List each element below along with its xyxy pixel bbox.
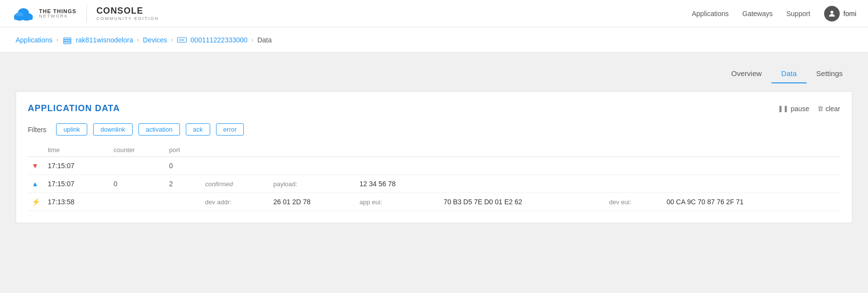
clear-button[interactable]: 🗑 clear	[817, 105, 840, 113]
row-2-devaddr-label: dev addr:	[201, 193, 269, 211]
row-2-devaddr-value: 26 01 2D 78	[269, 193, 355, 211]
row-1-arrow: ▲	[28, 175, 44, 193]
breadcrumb-applications[interactable]: Applications	[16, 36, 53, 44]
svg-point-5	[830, 11, 833, 14]
row-0-arrow: ▼	[28, 157, 44, 175]
nav-support[interactable]: Support	[787, 10, 810, 18]
clear-label: clear	[826, 105, 840, 113]
breadcrumb-data: Data	[257, 36, 272, 44]
row-0-rest	[201, 157, 840, 175]
filter-uplink[interactable]: uplink	[56, 123, 87, 136]
filter-error[interactable]: error	[216, 123, 244, 136]
logo: THE THINGS NETWORK CONSOLE COMMUNITY EDI…	[12, 5, 159, 22]
nav-gateways[interactable]: Gateways	[742, 10, 772, 18]
nav-left: THE THINGS NETWORK CONSOLE COMMUNITY EDI…	[12, 5, 175, 22]
breadcrumb-sep-2: ›	[137, 37, 139, 43]
tab-overview[interactable]: Overview	[722, 64, 772, 83]
row-2-deveui-value: 00 CA 9C 70 87 76 2F 71	[663, 193, 825, 211]
row-1-time: 17:15:07	[44, 175, 110, 193]
row-1-port: 2	[165, 175, 201, 193]
user-icon	[828, 9, 836, 18]
svg-rect-6	[63, 40, 71, 41]
main-content: Overview Data Settings APPLICATION DATA …	[0, 53, 868, 293]
row-2-deveui-label: dev eui:	[605, 193, 663, 211]
breadcrumb-app-name[interactable]: rak811wisnodelora	[76, 36, 134, 44]
app-icon	[62, 35, 72, 45]
cloud-icon	[12, 6, 35, 21]
filter-ack[interactable]: ack	[186, 123, 210, 136]
row-1-counter: 0	[110, 175, 165, 193]
row-1-tag: confirmed	[201, 175, 269, 193]
top-nav: THE THINGS NETWORK CONSOLE COMMUNITY EDI…	[0, 0, 868, 27]
col-arrow	[28, 143, 44, 157]
user-name: fomi	[844, 10, 856, 18]
pause-icon: ❚❚	[778, 105, 789, 112]
svg-rect-4	[14, 16, 33, 20]
row-0-time: 17:15:07	[44, 157, 110, 175]
row-2-time: 17:13:58	[44, 193, 110, 211]
row-2-appeui-label: app eui:	[355, 193, 439, 211]
breadcrumb-sep-1: ›	[57, 37, 59, 43]
col-rest	[201, 143, 840, 157]
row-2-port	[165, 193, 201, 211]
row-1-payload-value: 12 34 56 78	[355, 175, 439, 193]
table-row: ▼ 17:15:07 0	[28, 157, 840, 175]
filter-activation[interactable]: activation	[138, 123, 180, 136]
pause-button[interactable]: ❚❚ pause	[778, 105, 809, 113]
nav-right: Applications Gateways Support fomi	[692, 6, 856, 21]
trash-icon: 🗑	[817, 105, 824, 112]
logo-text: THE THINGS NETWORK	[39, 8, 77, 19]
card-title: APPLICATION DATA	[28, 103, 120, 114]
arrow-down-icon: ▼	[32, 162, 39, 170]
breadcrumb-sep-4: ›	[252, 37, 254, 43]
brand-network: NETWORK	[39, 14, 77, 19]
divider	[86, 5, 87, 22]
flash-icon: ⚡	[32, 198, 40, 206]
table-header: time counter port	[28, 143, 840, 157]
row-0-counter	[110, 157, 165, 175]
breadcrumb: Applications › rak811wisnodelora › Devic…	[0, 27, 868, 53]
console-label: CONSOLE	[97, 6, 159, 16]
breadcrumb-sep-3: ›	[171, 37, 173, 43]
tab-settings[interactable]: Settings	[807, 64, 852, 83]
console-edition: COMMUNITY EDITION	[97, 16, 159, 21]
tab-bar: Overview Data Settings	[16, 64, 852, 83]
device-icon	[177, 35, 187, 45]
row-1-payload-label: payload:	[269, 175, 355, 193]
user-avatar[interactable]	[824, 6, 840, 21]
filter-downlink[interactable]: downlink	[93, 123, 133, 136]
table-row: ▲ 17:15:07 0 2 confirmed payload: 12 34 …	[28, 175, 840, 193]
brand-name: THE THINGS	[39, 8, 77, 14]
col-port: port	[165, 143, 201, 157]
col-time: time	[44, 143, 110, 157]
svg-rect-9	[178, 38, 187, 42]
row-2-counter	[110, 193, 165, 211]
nav-applications[interactable]: Applications	[692, 10, 729, 18]
pause-label: pause	[790, 105, 809, 113]
arrow-up-icon: ▲	[32, 180, 39, 188]
tab-data[interactable]: Data	[771, 64, 807, 83]
row-2-arrow: ⚡	[28, 193, 44, 211]
breadcrumb-devices[interactable]: Devices	[143, 36, 167, 44]
app-data-card: APPLICATION DATA ❚❚ pause 🗑 clear Filter…	[16, 91, 852, 223]
card-header: APPLICATION DATA ❚❚ pause 🗑 clear	[28, 103, 840, 114]
table-row: ⚡ 17:13:58 dev addr: 26 01 2D 78 app eui…	[28, 193, 840, 211]
row-1-rest	[440, 175, 840, 193]
filters-row: Filters uplink downlink activation ack e…	[28, 123, 840, 136]
svg-rect-7	[63, 38, 71, 39]
svg-rect-8	[63, 42, 71, 43]
data-table: time counter port ▼ 17:15:07 0	[28, 143, 840, 211]
row-2-rest	[825, 193, 840, 211]
col-counter: counter	[110, 143, 165, 157]
user-area: fomi	[824, 6, 856, 21]
breadcrumb-device-id[interactable]: 000111222333000	[191, 36, 248, 44]
console-brand: CONSOLE COMMUNITY EDITION	[97, 6, 159, 21]
table-body: ▼ 17:15:07 0 ▲ 17:15:07 0 2 confirmed	[28, 157, 840, 211]
row-0-port: 0	[165, 157, 201, 175]
row-2-appeui-value: 70 B3 D5 7E D0 01 E2 62	[440, 193, 605, 211]
filters-label: Filters	[28, 126, 46, 134]
card-actions: ❚❚ pause 🗑 clear	[778, 105, 840, 113]
